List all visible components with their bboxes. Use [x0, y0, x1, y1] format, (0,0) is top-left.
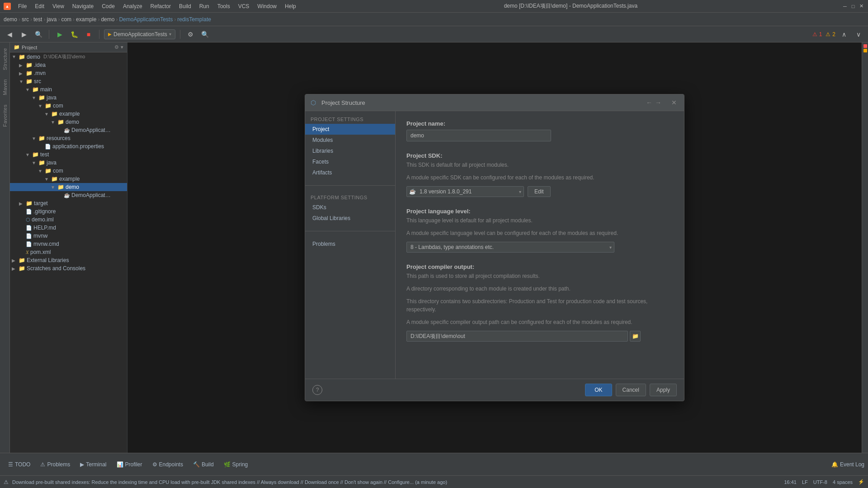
toolbar-search2[interactable]: 🔍 [199, 28, 211, 40]
toolbar-back[interactable]: ◀ [4, 28, 15, 40]
sidebar-item-artifacts[interactable]: Artifacts [305, 167, 395, 178]
tree-item-mvnwcmd[interactable]: ▶ 📄 mvnw.cmd [10, 240, 127, 248]
sidebar-item-modules[interactable]: Modules [305, 135, 395, 145]
menu-file[interactable]: File [14, 2, 30, 10]
toolbar-expand[interactable]: ∧ [838, 28, 850, 40]
sidebar-item-sdks[interactable]: SDKs [305, 202, 395, 213]
tree-item-scratches[interactable]: ▶ 📁 Scratches and Consoles [10, 264, 127, 272]
tree-item-gitignore[interactable]: ▶ 📄 .gitignore [10, 207, 127, 216]
sidebar-item-problems[interactable]: Problems [305, 239, 395, 249]
tab-terminal[interactable]: ▶ Terminal [75, 460, 111, 469]
tab-spring[interactable]: 🌿 Spring [219, 460, 253, 469]
ok-button[interactable]: OK [585, 384, 612, 396]
tree-item-help[interactable]: ▶ 📄 HELP.md [10, 224, 127, 232]
tree-item-demo-inner[interactable]: ▼ 📁 demo [10, 118, 127, 126]
tree-item-example[interactable]: ▼ 📁 example [10, 110, 127, 118]
tab-profiler[interactable]: 📊 Profiler [112, 460, 147, 469]
minimize-button[interactable]: ─ [842, 3, 848, 9]
breadcrumb-src[interactable]: src [22, 16, 29, 23]
compiler-output-input[interactable] [406, 331, 628, 342]
line-ending-indicator[interactable]: LF [802, 479, 808, 485]
close-button[interactable]: ✕ [858, 3, 864, 9]
sidebar-gear[interactable]: ⚙ [114, 44, 119, 50]
tab-todo[interactable]: ☰ TODO [4, 460, 35, 469]
compiler-folder-button[interactable]: 📁 [630, 331, 641, 342]
tree-item-src[interactable]: ▼ 📁 src [10, 77, 127, 85]
tree-item-java[interactable]: ▼ 📁 java [10, 94, 127, 102]
tree-item-mvn[interactable]: ▶ 📁 .mvn [10, 69, 127, 77]
maximize-button[interactable]: □ [850, 3, 856, 9]
menu-refactor[interactable]: Refactor [147, 2, 175, 10]
tree-item-demo-test[interactable]: ▼ 📁 demo [10, 183, 127, 191]
tree-item[interactable]: ▼ 📁 demo D:\IDEA项目\demo [10, 52, 127, 61]
toolbar-settings[interactable]: ⚙ [185, 28, 197, 40]
tree-item-demoiML[interactable]: ▶ ⬡ demo.iml [10, 216, 127, 224]
menu-code[interactable]: Code [98, 2, 118, 10]
toolbar-forward[interactable]: ▶ [18, 28, 30, 40]
menu-analyze[interactable]: Analyze [119, 2, 146, 10]
tree-item-app-main[interactable]: ▶ ☕ DemoApplicat… [10, 126, 127, 134]
menu-tools[interactable]: Tools [214, 2, 234, 10]
tree-item-mvnw[interactable]: ▶ 📄 mvnw [10, 232, 127, 240]
breadcrumb-demo[interactable]: demo [4, 16, 17, 23]
tab-endpoints[interactable]: ⚙ Endpoints [148, 460, 188, 469]
sdk-edit-button[interactable]: Edit [528, 186, 551, 197]
tree-item-main[interactable]: ▼ 📁 main [10, 85, 127, 94]
tree-item-resources[interactable]: ▼ 📁 resources [10, 134, 127, 142]
tree-item-com[interactable]: ▼ 📁 com [10, 102, 127, 110]
dialog-forward[interactable]: → [654, 98, 662, 107]
dialog-close-button[interactable]: ✕ [670, 98, 679, 107]
help-button[interactable]: ? [312, 385, 322, 395]
breadcrumb-java[interactable]: java [47, 16, 57, 23]
breadcrumb-method[interactable]: redisTemplate [177, 16, 211, 23]
menu-vcs[interactable]: VCS [235, 2, 253, 10]
tree-item-target[interactable]: ▶ 📁 target [10, 199, 127, 207]
breadcrumb-class[interactable]: DemoApplicationTests [119, 16, 173, 23]
toolbar-run[interactable]: ▶ [54, 28, 66, 40]
encoding-indicator[interactable]: UTF-8 [813, 479, 827, 485]
tree-item-java2[interactable]: ▼ 📁 java [10, 159, 127, 167]
tree-item-app-test[interactable]: ▶ ☕ DemoApplicat… [10, 191, 127, 199]
toolbar-search[interactable]: 🔍 [33, 28, 44, 40]
sidebar-item-facets[interactable]: Facets [305, 156, 395, 167]
structure-tab[interactable]: Structure [1, 46, 9, 72]
menu-navigate[interactable]: Navigate [69, 2, 97, 10]
menu-view[interactable]: View [49, 2, 68, 10]
lang-level-select[interactable]: 8 - Lambdas, type annotations etc. [406, 242, 614, 253]
sidebar-item-global-libs[interactable]: Global Libraries [305, 213, 395, 224]
breadcrumb-demo2[interactable]: demo [101, 16, 114, 23]
sidebar-item-libraries[interactable]: Libraries [305, 145, 395, 156]
line-col-indicator[interactable]: 16:41 [784, 479, 797, 485]
tree-item-ext-libs[interactable]: ▶ 📁 External Libraries [10, 256, 127, 264]
status-warning-icon[interactable]: ⚠ [4, 479, 9, 485]
indent-indicator[interactable]: 4 spaces [833, 479, 853, 485]
breadcrumb-test[interactable]: test [33, 16, 42, 23]
sdk-select[interactable]: 1.8 version 1.8.0_291 [406, 186, 524, 197]
tab-problems[interactable]: ⚠ Problems [36, 460, 75, 469]
menu-build[interactable]: Build [175, 2, 195, 10]
tree-item-example2[interactable]: ▼ 📁 example [10, 175, 127, 183]
cancel-button[interactable]: Cancel [616, 384, 646, 396]
dialog-back[interactable]: ← [645, 98, 653, 107]
menu-window[interactable]: Window [254, 2, 280, 10]
menu-run[interactable]: Run [196, 2, 213, 10]
tree-item-idea[interactable]: ▶ 📁 .idea [10, 61, 127, 69]
menu-help[interactable]: Help [281, 2, 300, 10]
toolbar-debug[interactable]: 🐛 [68, 28, 80, 40]
tree-item-pom[interactable]: ▶ 𝑋 pom.xml [10, 248, 127, 256]
project-name-input[interactable] [406, 130, 551, 141]
event-log-tab[interactable]: 🔔 Event Log [831, 461, 864, 468]
tree-item-appprops[interactable]: ▶ 📄 application.properties [10, 142, 127, 150]
menu-edit[interactable]: Edit [31, 2, 48, 10]
breadcrumb-example[interactable]: example [76, 16, 96, 23]
toolbar-collapse[interactable]: ∨ [853, 28, 864, 40]
tree-item-test[interactable]: ▼ 📁 test [10, 150, 127, 159]
sidebar-item-project[interactable]: Project [305, 124, 395, 135]
tree-item-com2[interactable]: ▼ 📁 com [10, 167, 127, 175]
tab-build[interactable]: 🔨 Build [189, 460, 218, 469]
breadcrumb-com[interactable]: com [61, 16, 71, 23]
run-config-selector[interactable]: ▶ DemoApplicationTests ▾ [104, 29, 175, 39]
favorites-tab[interactable]: Favorites [1, 103, 9, 129]
toolbar-stop[interactable]: ■ [83, 28, 94, 40]
maven-tab[interactable]: Maven [1, 77, 9, 97]
